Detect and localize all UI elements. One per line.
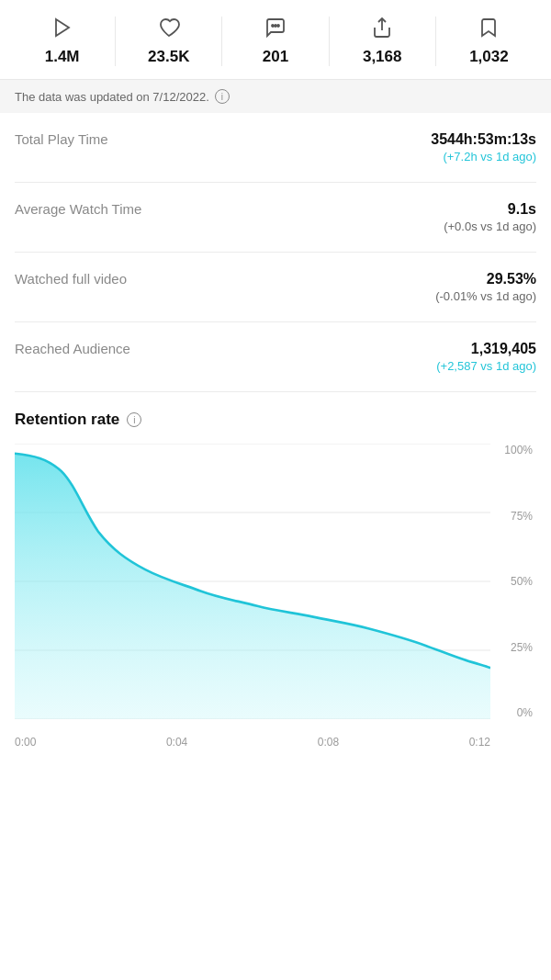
retention-chart-svg: [15, 444, 490, 719]
metric-total-play-time: Total Play Time 3544h:53m:13s (+7.2h vs …: [15, 113, 536, 183]
total-play-time-values: 3544h:53m:13s (+7.2h vs 1d ago): [431, 131, 536, 163]
chart-x-labels: 0:00 0:04 0:08 0:12: [15, 728, 490, 756]
metric-avg-watch-time: Average Watch Time 9.1s (+0.0s vs 1d ago…: [15, 183, 536, 253]
x-label-4: 0:04: [166, 736, 187, 749]
bookmarks-value: 1,032: [469, 48, 509, 66]
watched-full-change: (-0.01% vs 1d ago): [435, 289, 536, 303]
total-play-time-label: Total Play Time: [15, 131, 108, 147]
reached-audience-change: (+2,587 vs 1d ago): [436, 359, 536, 373]
avg-watch-time-values: 9.1s (+0.0s vs 1d ago): [444, 201, 536, 233]
y-label-75: 75%: [490, 510, 536, 523]
watched-full-label: Watched full video: [15, 271, 127, 287]
watched-full-value: 29.53%: [435, 271, 536, 287]
y-label-0: 0%: [490, 706, 536, 719]
reached-audience-label: Reached Audience: [15, 341, 130, 356]
share-icon: [371, 17, 393, 42]
avg-watch-time-change: (+0.0s vs 1d ago): [444, 220, 536, 233]
likes-value: 23.5K: [148, 48, 189, 66]
y-label-100: 100%: [490, 444, 536, 456]
svg-marker-0: [56, 19, 69, 36]
x-label-0: 0:00: [15, 736, 36, 749]
chart-y-labels: 100% 75% 50% 25% 0%: [490, 444, 536, 719]
plays-value: 1.4M: [45, 48, 80, 66]
bookmark-icon: [478, 17, 500, 42]
svg-point-1: [272, 25, 274, 27]
avg-watch-time-label: Average Watch Time: [15, 201, 141, 217]
total-play-time-change: (+7.2h vs 1d ago): [431, 150, 536, 163]
svg-point-3: [277, 25, 279, 27]
reached-audience-value: 1,319,405: [436, 341, 536, 357]
comment-icon: [264, 17, 287, 42]
stats-row: 1.4M 23.5K 201 3,168: [0, 0, 551, 80]
stat-shares: 3,168: [329, 17, 435, 66]
retention-chart-container: 100% 75% 50% 25% 0% 0:00 0:04 0:08 0:12: [15, 444, 536, 756]
metrics-section: Total Play Time 3544h:53m:13s (+7.2h vs …: [0, 113, 551, 392]
x-label-8: 0:08: [318, 736, 339, 749]
metric-watched-full: Watched full video 29.53% (-0.01% vs 1d …: [15, 253, 536, 322]
retention-title: Retention rate: [15, 411, 119, 429]
watched-full-values: 29.53% (-0.01% vs 1d ago): [435, 271, 536, 303]
stat-plays: 1.4M: [9, 17, 115, 66]
y-label-25: 25%: [490, 641, 536, 654]
metric-reached-audience: Reached Audience 1,319,405 (+2,587 vs 1d…: [15, 322, 536, 392]
retention-header: Retention rate i: [15, 411, 536, 429]
total-play-time-value: 3544h:53m:13s: [431, 131, 536, 148]
play-icon: [51, 17, 73, 42]
retention-info-icon[interactable]: i: [127, 412, 141, 427]
stat-comments: 201: [221, 17, 328, 66]
stat-likes: 23.5K: [115, 17, 221, 66]
svg-point-2: [275, 25, 276, 27]
update-info-icon[interactable]: i: [215, 89, 230, 104]
avg-watch-time-value: 9.1s: [444, 201, 536, 218]
stat-bookmarks: 1,032: [435, 17, 542, 66]
like-icon: [158, 17, 180, 42]
update-text: The data was updated on 7/12/2022.: [15, 90, 209, 104]
retention-section: Retention rate i: [0, 392, 551, 756]
chart-svg-area: [15, 444, 490, 719]
y-label-50: 50%: [490, 575, 536, 588]
update-banner: The data was updated on 7/12/2022. i: [0, 80, 551, 113]
x-label-12: 0:12: [469, 736, 490, 749]
comments-value: 201: [263, 48, 288, 66]
reached-audience-values: 1,319,405 (+2,587 vs 1d ago): [436, 341, 536, 373]
shares-value: 3,168: [363, 48, 402, 66]
